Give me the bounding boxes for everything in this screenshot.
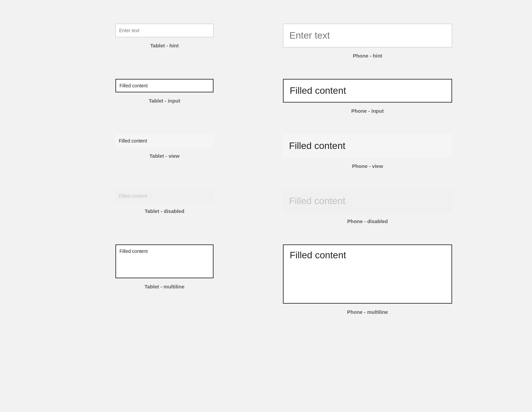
phone-view-section: Filled content Phone - view: [266, 124, 469, 179]
tablet-hint-section: Tablet - hint: [63, 14, 266, 69]
tablet-disabled-input: [115, 189, 214, 203]
tablet-multiline-label: Tablet - multiline: [145, 284, 184, 289]
tablet-input-section: Tablet - input: [63, 69, 266, 124]
phone-input-label: Phone - input: [351, 108, 384, 114]
tablet-view-text: Filled content: [119, 138, 147, 144]
tablet-disabled-label: Tablet - disabled: [145, 208, 184, 214]
tablet-multiline-section: Tablet - multiline: [63, 234, 266, 325]
phone-disabled-label: Phone - disabled: [347, 218, 388, 224]
main-container: Tablet - hint Phone - hint Tablet - inpu…: [63, 14, 469, 325]
phone-hint-section: Phone - hint: [266, 14, 469, 69]
phone-view-box: Filled content: [283, 134, 452, 158]
phone-multiline-section: Phone - multiline: [266, 234, 469, 325]
tablet-view-box: Filled content: [115, 134, 214, 148]
phone-input-field[interactable]: [283, 79, 452, 103]
tablet-disabled-section: Tablet - disabled: [63, 179, 266, 234]
tablet-view-section: Filled content Tablet - view: [63, 124, 266, 179]
phone-input-section: Phone - input: [266, 69, 469, 124]
tablet-input-field[interactable]: [115, 79, 214, 92]
phone-disabled-section: Phone - disabled: [266, 179, 469, 234]
phone-multiline-textarea[interactable]: [283, 244, 452, 304]
phone-view-label: Phone - view: [352, 163, 383, 169]
phone-disabled-input: [283, 189, 452, 213]
phone-multiline-label: Phone - multiline: [347, 309, 388, 315]
phone-hint-label: Phone - hint: [353, 53, 382, 59]
tablet-hint-input[interactable]: [115, 24, 214, 37]
tablet-multiline-textarea[interactable]: [115, 244, 214, 278]
tablet-hint-label: Tablet - hint: [150, 43, 179, 48]
phone-hint-input[interactable]: [283, 24, 452, 47]
tablet-input-label: Tablet - input: [149, 98, 180, 104]
phone-view-text: Filled content: [289, 140, 346, 151]
tablet-view-label: Tablet - view: [150, 153, 180, 159]
